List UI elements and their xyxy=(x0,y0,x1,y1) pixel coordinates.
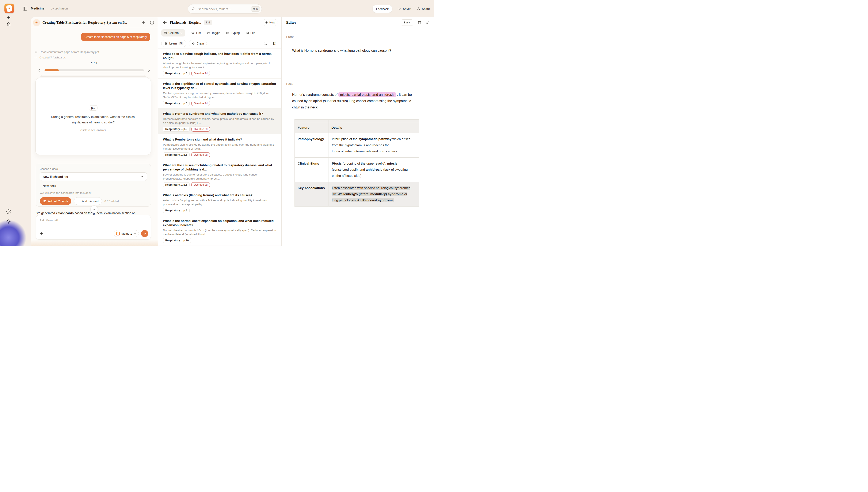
attach-button[interactable] xyxy=(39,231,44,236)
table-empty-row xyxy=(295,120,419,122)
card-type-button[interactable]: Basic xyxy=(401,19,413,26)
theme-toggle-button[interactable] xyxy=(6,219,11,224)
front-editor-field[interactable]: What is Horner's syndrome and what lung … xyxy=(292,48,423,54)
overdue-badge: Overdue 2d xyxy=(191,152,210,157)
flashcard-answer-preview: 80% of clubbing is due to respiratory di… xyxy=(163,173,276,180)
arrow-up-icon xyxy=(143,232,146,236)
new-chat-button[interactable] xyxy=(141,20,146,25)
chat-history-button[interactable] xyxy=(150,20,154,25)
flashcard-question: What is asterixis (flapping tremor) and … xyxy=(163,193,276,197)
deck-select[interactable]: New flashcard set xyxy=(40,172,147,181)
chevron-left-icon xyxy=(37,68,42,73)
assistant-panel: ✦ Creating Table Flashcards for Respirat… xyxy=(31,17,158,246)
share-button[interactable]: Share xyxy=(417,7,430,10)
svg-text:A: A xyxy=(274,42,275,44)
search-icon[interactable] xyxy=(263,41,267,45)
view-tab-typing[interactable]: Typing xyxy=(226,31,240,34)
flashcards-list: What does a bovine cough indicate, and h… xyxy=(158,49,281,246)
search-shortcut-chip: ⌘ K xyxy=(251,6,260,11)
flashcard-row[interactable]: What does a bovine cough indicate, and h… xyxy=(158,49,281,79)
user-avatar[interactable] xyxy=(4,230,13,238)
saved-status[interactable]: Saved xyxy=(398,7,411,10)
table-details-cell: Interruption of the sympathetic pathway … xyxy=(329,133,419,157)
add-this-card-button[interactable]: Add this card xyxy=(74,197,102,205)
plus-icon xyxy=(141,20,146,25)
flashcard-row[interactable]: What is asterixis (flapping tremor) and … xyxy=(158,190,281,216)
source-tag: Respiratory.... p.5 xyxy=(163,127,190,132)
back-editor-field[interactable]: Horner's syndrome consists of miosis, pa… xyxy=(292,92,414,110)
table-row-pathophysiology: Pathophysiology Interruption of the symp… xyxy=(295,133,419,157)
overdue-badge: Overdue 2d xyxy=(191,182,210,187)
carousel-next-button[interactable] xyxy=(147,68,151,73)
sun-icon xyxy=(6,219,11,224)
feedback-button[interactable]: Feedback xyxy=(372,5,392,13)
new-item-button[interactable] xyxy=(6,15,11,20)
carousel-prev-button[interactable] xyxy=(37,68,42,73)
plus-icon xyxy=(6,15,11,20)
delete-card-button[interactable] xyxy=(417,21,421,24)
view-tab-list[interactable]: List xyxy=(191,31,201,34)
learn-button[interactable]: Learn 5 xyxy=(161,40,186,47)
global-search[interactable]: ⌘ K xyxy=(188,4,262,14)
chevron-down-icon xyxy=(180,31,183,34)
svg-text:Z: Z xyxy=(274,44,275,45)
home-button[interactable] xyxy=(6,22,11,27)
new-card-button[interactable]: New xyxy=(262,19,278,26)
deck-option-new-deck[interactable]: New deck xyxy=(43,184,147,188)
lock-icon xyxy=(417,7,420,10)
back-label: Back xyxy=(286,82,293,85)
search-input[interactable] xyxy=(197,7,251,11)
workspace-byline: by techjason xyxy=(51,7,68,10)
source-tag: Respiratory.... p.10 xyxy=(163,238,191,243)
flashcard-preview[interactable]: p.5 During a general respiratory examina… xyxy=(35,78,151,155)
check-icon xyxy=(398,7,401,10)
collapse-panel-button[interactable] xyxy=(426,21,430,24)
app-logo[interactable]: ✦ xyxy=(4,4,14,13)
arrow-left-icon xyxy=(163,20,167,25)
table-row-clinical-signs: Clinical Signs Ptosis (drooping of the u… xyxy=(295,157,419,182)
source-tag: Respiratory.... p.6 xyxy=(163,208,190,213)
settings-button[interactable] xyxy=(6,209,11,214)
model-selector[interactable]: Memo-1 xyxy=(114,230,139,237)
card-count-badge: 131 xyxy=(204,20,213,25)
flashcard-row[interactable]: What is the normal chest expansion on pa… xyxy=(158,216,281,246)
scroll-to-bottom-button[interactable] xyxy=(90,205,98,213)
carousel-position: 1 / 7 xyxy=(31,61,158,65)
table-details-cell: Ptosis (drooping of the upper eyelid), m… xyxy=(329,157,419,182)
plus-icon xyxy=(77,200,80,203)
flashcard-row[interactable]: What is the significance of central cyan… xyxy=(158,79,281,109)
carousel-progressbar[interactable] xyxy=(45,69,144,71)
table-header-row: Feature Details xyxy=(295,122,419,133)
view-tab-flip[interactable]: Flip xyxy=(246,31,256,34)
chevron-right-icon xyxy=(147,68,151,73)
deck-picker: Choose a deck New flashcard set New deck… xyxy=(36,164,151,206)
flashcard-row[interactable]: What is Horner's syndrome and what lung … xyxy=(158,109,281,134)
chat-input-box[interactable]: Ask Memo AI... Memo-1 xyxy=(36,215,151,240)
workspace-title[interactable]: Medicine xyxy=(31,6,44,10)
added-progress-text: 0 / 7 added xyxy=(104,200,119,203)
overdue-badge: Overdue 2d xyxy=(191,127,210,132)
home-icon xyxy=(6,22,11,27)
app-root: ✦ Medicine • by techjason ⌘ K Feedback S… xyxy=(0,0,434,246)
sort-az-icon[interactable]: AZ xyxy=(272,41,276,45)
send-button[interactable] xyxy=(141,230,148,237)
chat-title: Creating Table Flashcards for Respirator… xyxy=(43,21,127,25)
overdue-badge: Overdue 2d xyxy=(191,71,210,76)
page-badge: p.5 xyxy=(89,105,98,110)
flip-view-icon xyxy=(246,31,249,34)
view-tab-toggle[interactable]: Toggle xyxy=(207,31,220,34)
flashcard-row[interactable]: What are the causes of clubbing related … xyxy=(158,160,281,190)
view-tab-column[interactable]: Column xyxy=(161,29,185,36)
add-all-cards-button[interactable]: Add all 7 cards xyxy=(40,197,71,205)
sidebar-toggle-icon[interactable] xyxy=(23,6,28,11)
clock-icon xyxy=(150,20,154,25)
preview-hint: Click to see answer xyxy=(36,128,151,132)
chevron-down-icon xyxy=(140,175,144,178)
trash-icon xyxy=(417,21,421,24)
gear-icon xyxy=(6,209,11,214)
flashcard-question: What does a bovine cough indicate, and h… xyxy=(163,52,276,60)
cram-button[interactable]: Cram xyxy=(189,40,207,47)
deck-picker-label: Choose a deck xyxy=(40,167,147,170)
back-button[interactable] xyxy=(163,20,167,25)
flashcard-row[interactable]: What is Pemberton's sign and what does i… xyxy=(158,134,281,160)
